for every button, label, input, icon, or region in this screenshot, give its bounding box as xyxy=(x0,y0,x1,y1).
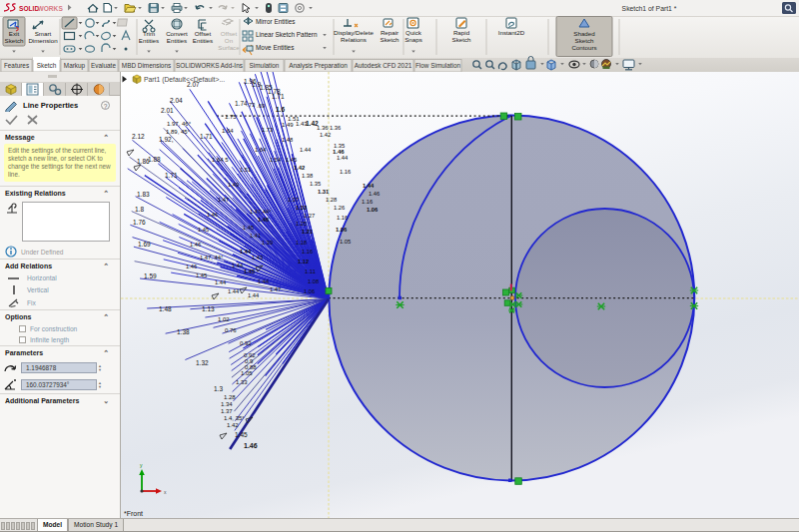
svg-text:1.18: 1.18 xyxy=(296,240,307,246)
svg-text:Entities: Entities xyxy=(193,37,213,44)
svg-text:1.12: 1.12 xyxy=(298,259,309,265)
svg-text:1.38: 1.38 xyxy=(302,173,313,179)
svg-text:1.6: 1.6 xyxy=(276,106,285,113)
svg-text:1.45: 1.45 xyxy=(196,272,207,278)
svg-text:Sketch: Sketch xyxy=(575,37,594,44)
svg-text:1.28: 1.28 xyxy=(224,394,236,400)
svg-text:0.92: 0.92 xyxy=(240,340,252,346)
svg-text:1.46: 1.46 xyxy=(369,191,380,197)
svg-text:2.01: 2.01 xyxy=(161,107,174,114)
svg-text:1.4, 35°: 1.4, 35° xyxy=(224,415,245,421)
svg-text:SOLID: SOLID xyxy=(19,5,39,12)
svg-text:1.44: 1.44 xyxy=(300,147,312,153)
svg-text:*Front: *Front xyxy=(124,510,143,517)
svg-text:1.92,: 1.92, xyxy=(159,136,174,143)
svg-text:Shaded: Shaded xyxy=(573,30,595,37)
svg-text:1.44: 1.44 xyxy=(240,249,252,255)
svg-text:Smart: Smart xyxy=(35,30,52,37)
svg-text:1.32: 1.32 xyxy=(196,359,209,366)
svg-text:1.45: 1.45 xyxy=(198,227,209,233)
svg-text:Instant2D: Instant2D xyxy=(498,29,525,36)
svg-text:MBD Dimensions: MBD Dimensions xyxy=(122,62,171,69)
svg-text:Offset: Offset xyxy=(221,30,238,37)
svg-text:1.36: 1.36 xyxy=(317,125,329,131)
svg-text:1.44: 1.44 xyxy=(215,279,227,285)
svg-text:1.69: 1.69 xyxy=(138,241,151,248)
svg-text:1.97, 46°: 1.97, 46° xyxy=(167,121,192,127)
svg-text:1.11: 1.11 xyxy=(305,268,316,274)
svg-text:1.88: 1.88 xyxy=(148,156,161,163)
svg-text:1.64: 1.64 xyxy=(255,147,267,153)
svg-text:1.42: 1.42 xyxy=(227,422,239,428)
svg-text:1.47, 44°: 1.47, 44° xyxy=(200,255,223,261)
svg-text:Contours: Contours xyxy=(571,44,596,51)
svg-text:1.44: 1.44 xyxy=(248,292,260,298)
svg-text:Snaps: Snaps xyxy=(404,36,422,43)
svg-text:1.44: 1.44 xyxy=(363,183,375,189)
svg-text:1.49: 1.49 xyxy=(282,122,294,128)
svg-text:Dimension: Dimension xyxy=(28,37,58,44)
svg-text:1.31: 1.31 xyxy=(318,189,330,195)
svg-text:1.46: 1.46 xyxy=(258,217,270,223)
svg-text:1.02: 1.02 xyxy=(218,316,230,322)
svg-text:Sketch: Sketch xyxy=(37,62,57,69)
svg-text:1.37: 1.37 xyxy=(288,197,299,203)
svg-text:1.64: 1.64 xyxy=(222,128,234,134)
svg-text:Sketch: Sketch xyxy=(5,37,24,44)
svg-text:1.54: 1.54 xyxy=(270,157,282,163)
svg-text:Rapid: Rapid xyxy=(453,29,470,36)
svg-text:1.41: 1.41 xyxy=(250,233,261,239)
svg-text:1.48: 1.48 xyxy=(159,305,172,312)
svg-text:1.51: 1.51 xyxy=(240,167,251,173)
svg-text:1.16: 1.16 xyxy=(337,215,348,221)
svg-text:Relations: Relations xyxy=(341,36,367,43)
svg-text:1.71: 1.71 xyxy=(200,133,213,140)
svg-text:1.59: 1.59 xyxy=(144,272,157,279)
svg-text:1.71: 1.71 xyxy=(165,172,178,179)
svg-text:1.26: 1.26 xyxy=(334,205,345,211)
svg-text:1.45: 1.45 xyxy=(244,268,256,274)
svg-text:1.89, 45°: 1.89, 45° xyxy=(166,129,191,135)
svg-text:Linear Sketch Pattern: Linear Sketch Pattern xyxy=(256,31,318,38)
svg-text:1.47,44°: 1.47,44° xyxy=(250,209,272,215)
svg-text:1.39: 1.39 xyxy=(262,240,273,246)
svg-text:1.08: 1.08 xyxy=(308,278,319,284)
svg-text:SOLIDWORKS Add-Ins: SOLIDWORKS Add-Ins xyxy=(176,62,243,69)
svg-text:Markup: Markup xyxy=(64,62,86,70)
svg-text:Simulation: Simulation xyxy=(250,62,280,69)
svg-text:1.3: 1.3 xyxy=(214,385,223,392)
svg-text:1.44: 1.44 xyxy=(258,278,270,284)
svg-text:.73: .73 xyxy=(247,102,256,108)
svg-text:1.35: 1.35 xyxy=(334,143,345,149)
svg-text:1.36: 1.36 xyxy=(330,125,341,131)
svg-text:Entities: Entities xyxy=(139,37,159,44)
svg-text:Flow Simulation: Flow Simulation xyxy=(415,62,461,69)
svg-text:Sketch1 of Part1 *: Sketch1 of Part1 * xyxy=(622,5,677,12)
svg-text:Display/Delete: Display/Delete xyxy=(334,29,374,36)
svg-text:Part1 (Default<<Default>...: Part1 (Default<<Default>... xyxy=(144,76,225,84)
svg-text:Evaluate: Evaluate xyxy=(91,62,116,69)
svg-text:Convert: Convert xyxy=(166,30,188,37)
svg-text:1.49: 1.49 xyxy=(228,182,239,188)
svg-text:1.45: 1.45 xyxy=(286,157,297,163)
svg-text:2.12: 2.12 xyxy=(132,133,145,140)
svg-text:1.47: 1.47 xyxy=(218,197,229,203)
svg-text:1.71: 1.71 xyxy=(272,93,285,100)
svg-text:Repair: Repair xyxy=(381,29,399,36)
svg-text:1.27: 1.27 xyxy=(304,213,315,219)
svg-text:1.45: 1.45 xyxy=(235,431,248,438)
svg-text:1.05: 1.05 xyxy=(340,239,351,245)
svg-text:1.25: 1.25 xyxy=(296,221,307,227)
svg-text:Entities: Entities xyxy=(167,37,187,44)
svg-text:1.16: 1.16 xyxy=(302,249,313,255)
svg-text:Mirror Entities: Mirror Entities xyxy=(256,18,295,25)
svg-text:1.06: 1.06 xyxy=(336,227,348,233)
svg-text:2.04: 2.04 xyxy=(170,97,183,104)
svg-text:Exit: Exit xyxy=(9,30,20,37)
svg-text:1.28: 1.28 xyxy=(326,197,337,203)
svg-text:Move Entities: Move Entities xyxy=(256,44,294,51)
svg-text:1.76: 1.76 xyxy=(133,219,146,226)
svg-text:1.33: 1.33 xyxy=(236,379,248,385)
svg-text:1.43: 1.43 xyxy=(252,255,263,261)
svg-text:Autodesk CFD 2021: Autodesk CFD 2021 xyxy=(355,62,412,69)
